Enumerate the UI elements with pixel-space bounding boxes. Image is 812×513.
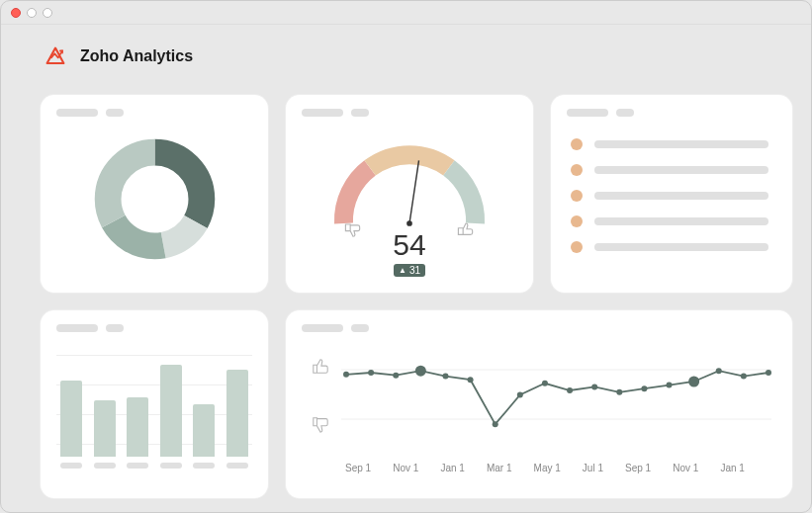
list-item [571,215,768,227]
gauge-needle-pivot [406,220,412,226]
bar-chart-card [41,310,268,498]
gauge-chart [316,131,503,240]
x-axis-label: Jan 1 [720,463,744,473]
line-point [567,387,573,393]
donut-chart [93,137,217,261]
gauge-segment-mid [370,154,449,167]
gauge-chart-card: 54 ▲ 31 [286,95,533,293]
bar [127,397,148,458]
x-axis-label: Mar 1 [487,463,512,473]
line-point [393,373,399,379]
thumbs-up-icon [458,223,472,234]
x-axis-label: Nov 1 [393,463,418,473]
x-axis-label: Sep 1 [625,463,651,473]
bar [60,381,82,457]
list-item [571,190,768,202]
line-point [442,374,448,380]
list-card [551,95,792,293]
bar [226,370,248,457]
line-point [415,366,426,377]
list-item [571,241,768,253]
bullet-icon [571,215,583,227]
app-title: Zoho Analytics [80,47,193,65]
window-titlebar [1,1,811,25]
bullet-icon [571,190,583,202]
dashboard-grid: 54 ▲ 31 [41,95,791,502]
x-axis-label: Sep 1 [345,463,371,473]
gauge-value: 54 [393,228,425,262]
line-point [343,372,349,378]
zoho-analytics-logo-icon [41,43,70,70]
bar [94,400,116,457]
gauge-delta-badge: ▲ 31 [394,264,425,277]
line-point [641,385,647,391]
minimize-window-icon[interactable] [27,8,37,18]
maximize-window-icon[interactable] [43,8,52,18]
line-point [741,374,747,380]
bullet-icon [571,138,583,150]
line-chart: Sep 1Nov 1Jan 1Mar 1May 1Jul 1Sep 1Nov 1… [302,340,776,488]
bullet-icon [571,164,583,176]
card-title-placeholder [567,109,776,117]
line-chart-card: Sep 1Nov 1Jan 1Mar 1May 1Jul 1Sep 1Nov 1… [286,310,792,498]
line-point [493,421,498,427]
thumbs-up-icon [312,358,329,376]
thumbs-down-icon [312,415,329,433]
card-title-placeholder [56,324,252,332]
x-axis-label: May 1 [534,463,561,473]
card-title-placeholder [56,109,252,117]
triangle-up-icon: ▲ [399,266,406,275]
list-item [571,138,768,150]
line-point [542,381,548,386]
gauge-segment-high [449,167,476,222]
gauge-needle [409,160,419,223]
bar [193,404,215,457]
bar [160,365,182,458]
list-item [571,164,768,176]
gauge-delta-value: 31 [409,265,420,276]
card-title-placeholder [302,324,776,332]
line-point [468,377,474,383]
line-point [688,377,699,387]
list-items [567,125,776,253]
x-axis-label: Jan 1 [440,463,464,473]
line-point [591,384,597,389]
bullet-icon [571,241,583,253]
line-point [716,368,722,374]
line-chart-svg [302,340,776,459]
card-title-placeholder [302,109,517,117]
line-path [346,371,768,424]
app-window: Zoho Analytics [0,0,812,513]
line-point [368,370,374,376]
line-point [766,370,771,376]
x-axis-label: Jul 1 [583,463,603,473]
thumbs-down-icon [345,223,359,235]
gauge-segment-low [343,167,370,222]
svg-point-0 [128,172,181,225]
x-axis-labels: Sep 1Nov 1Jan 1Mar 1May 1Jul 1Sep 1Nov 1… [302,463,776,473]
close-window-icon[interactable] [11,8,21,18]
x-axis-label: Nov 1 [673,463,698,473]
bar-chart [56,340,252,469]
app-header: Zoho Analytics [1,25,811,84]
donut-chart-card [41,95,268,293]
line-point [667,383,673,388]
line-point [616,389,622,395]
line-point [517,392,523,398]
